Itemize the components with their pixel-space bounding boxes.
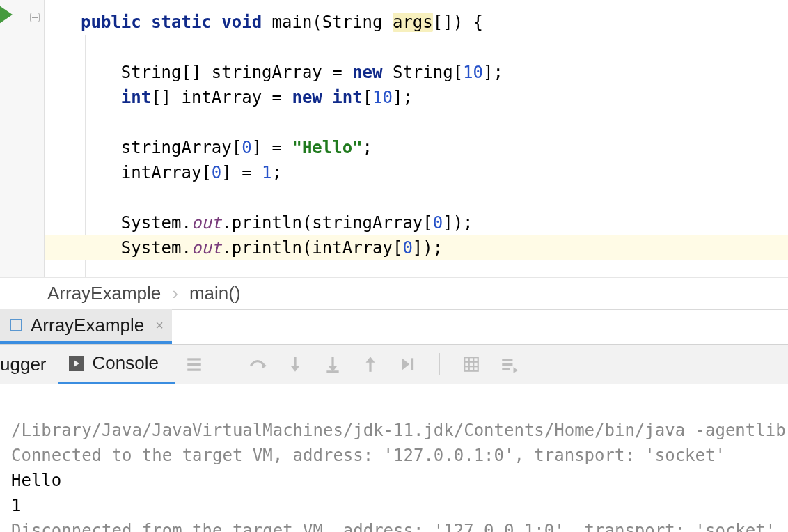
number: 0 — [242, 138, 251, 157]
text — [322, 88, 332, 107]
close-icon[interactable]: × — [155, 318, 164, 334]
step-over-icon[interactable] — [249, 355, 267, 373]
svg-rect-0 — [187, 358, 201, 360]
text: ]; — [393, 88, 413, 107]
code-line[interactable] — [45, 185, 788, 210]
play-icon — [69, 356, 84, 371]
code-line[interactable]: int[] intArray = new int[10]; — [45, 85, 788, 110]
breadcrumb: ArrayExample › main() — [0, 277, 788, 309]
svg-rect-1 — [187, 363, 201, 366]
breadcrumb-item[interactable]: ArrayExample — [47, 283, 161, 304]
text: ]); — [443, 213, 473, 233]
code-line[interactable]: String[] stringArray = new String[10]; — [45, 60, 788, 85]
step-into-icon[interactable] — [286, 355, 304, 373]
number: 10 — [463, 63, 483, 82]
run-gutter-icon[interactable] — [0, 4, 13, 25]
fold-gutter-icon[interactable] — [30, 13, 40, 22]
console-line: Disconnected from the target VM, address… — [11, 521, 775, 532]
keyword: int — [332, 88, 362, 107]
console-line: /Library/Java/JavaVirtualMachines/jdk-11… — [11, 421, 788, 440]
text: [ — [363, 88, 372, 107]
run-configurations-tabbar: ArrayExample × — [0, 309, 788, 344]
code-line[interactable]: stringArray[0] = "Hello"; — [45, 135, 788, 160]
code-editor[interactable]: public static void main(String args[]) {… — [0, 0, 788, 277]
force-step-into-icon[interactable] — [324, 355, 342, 373]
string-literal: "Hello" — [292, 138, 362, 157]
console-output[interactable]: /Library/Java/JavaVirtualMachines/jdk-11… — [0, 384, 788, 532]
text: ; — [272, 163, 282, 182]
identifier: main — [272, 13, 313, 32]
trace-current-stream-icon[interactable] — [500, 355, 518, 373]
text: []) { — [433, 13, 483, 32]
code-line-current[interactable]: System.out.println(intArray[0]); — [45, 235, 788, 260]
console-line: Hello — [11, 471, 61, 490]
number: 0 — [433, 213, 443, 233]
code-line[interactable]: intArray[0] = 1; — [45, 160, 788, 185]
text: ]; — [483, 63, 503, 82]
highlighted-identifier: args — [393, 13, 433, 32]
text: ] = — [221, 163, 262, 182]
svg-rect-13 — [464, 357, 478, 371]
separator — [226, 353, 226, 375]
text: ]); — [413, 238, 443, 258]
text: .println(stringArray[ — [221, 213, 432, 233]
keyword: int — [121, 88, 151, 107]
console-line: Connected to the target VM, address: '12… — [11, 446, 725, 465]
step-out-icon[interactable] — [361, 355, 379, 373]
application-icon — [10, 319, 22, 331]
static-field: out — [191, 213, 221, 233]
number: 0 — [212, 163, 221, 182]
keyword: new — [292, 88, 322, 107]
svg-marker-5 — [290, 366, 299, 372]
static-field: out — [191, 238, 221, 258]
tab-label: ugger — [0, 354, 47, 375]
drop-frame-icon[interactable] — [399, 355, 417, 373]
text: stringArray[ — [121, 138, 242, 157]
keyword: new — [352, 63, 382, 82]
chevron-right-icon: › — [172, 283, 178, 304]
svg-rect-18 — [502, 359, 512, 361]
code-area[interactable]: public static void main(String args[]) {… — [45, 0, 788, 277]
number: 10 — [372, 88, 393, 107]
run-tab[interactable]: ArrayExample × — [0, 309, 172, 344]
text: intArray[ — [121, 163, 212, 182]
tab-console[interactable]: Console — [58, 345, 175, 384]
text: ] = — [252, 138, 292, 157]
text: System. — [121, 213, 191, 233]
text: .println(intArray[ — [221, 238, 402, 258]
svg-marker-11 — [402, 358, 409, 370]
text: String[ — [383, 63, 464, 82]
svg-rect-2 — [187, 369, 201, 371]
svg-marker-21 — [513, 367, 518, 373]
keyword: void — [221, 13, 262, 32]
text: (String — [312, 13, 393, 32]
svg-rect-19 — [502, 363, 512, 366]
svg-marker-3 — [262, 363, 267, 369]
show-execution-point-icon[interactable] — [185, 355, 203, 373]
text: System. — [121, 238, 191, 258]
console-line: 1 — [11, 496, 21, 515]
code-line[interactable]: System.out.println(stringArray[0]); — [45, 210, 788, 235]
code-line[interactable] — [45, 110, 788, 135]
tab-debugger[interactable]: ugger — [0, 345, 58, 384]
editor-gutter[interactable] — [0, 0, 45, 277]
number: 1 — [262, 163, 271, 182]
evaluate-expression-icon[interactable] — [462, 355, 480, 373]
keyword: static — [151, 13, 212, 32]
separator — [439, 353, 440, 375]
svg-marker-10 — [365, 357, 375, 363]
number: 0 — [402, 238, 412, 258]
svg-rect-20 — [502, 368, 510, 370]
tab-label: Console — [93, 352, 159, 374]
text: ; — [363, 138, 372, 157]
text: String[] stringArray = — [121, 63, 352, 82]
breadcrumb-item[interactable]: main() — [189, 283, 241, 304]
code-line[interactable] — [45, 35, 788, 60]
code-line[interactable]: public static void main(String args[]) { — [45, 10, 788, 35]
debug-tool-strip: ugger Console — [0, 344, 788, 384]
run-tab-title: ArrayExample — [31, 315, 144, 336]
keyword: public — [81, 13, 141, 32]
text: [] intArray = — [151, 88, 292, 107]
